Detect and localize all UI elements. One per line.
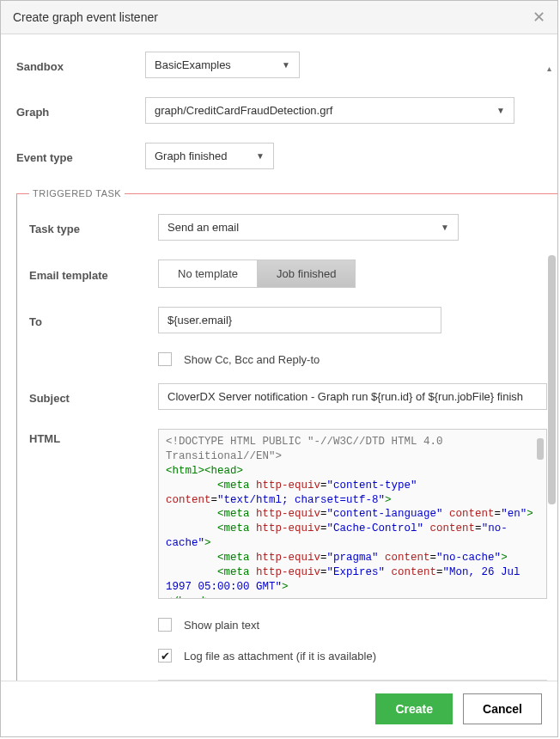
show-cc-label: Show Cc, Bcc and Reply-to: [184, 353, 320, 366]
triggered-task-legend: TRIGGERED TASK: [29, 188, 125, 198]
create-button[interactable]: Create: [375, 693, 453, 724]
row-to: To: [29, 307, 547, 333]
log-file-checkbox[interactable]: ✔: [158, 649, 172, 663]
row-event-type: Event type Graph finished ▼: [16, 143, 542, 169]
label-task-type: Task type: [29, 219, 158, 235]
body-scrollbar-track[interactable]: [548, 62, 556, 681]
row-subject: Subject: [29, 383, 547, 410]
row-email-template: Email template No template Job finished: [29, 260, 547, 288]
subject-input[interactable]: [158, 383, 547, 410]
task-type-select[interactable]: Send an email ▼: [158, 214, 459, 241]
show-cc-checkbox[interactable]: [158, 352, 172, 366]
label-email-template: Email template: [29, 266, 158, 282]
row-log-file: ✔ Log file as attachment (if it is avail…: [158, 649, 547, 663]
dialog-title: Create graph event listener: [13, 10, 158, 24]
body-scrollbar-thumb[interactable]: [548, 255, 556, 504]
job-finished-button[interactable]: Job finished: [257, 260, 355, 287]
chevron-down-icon: ▼: [496, 106, 505, 115]
close-icon[interactable]: ✕: [533, 9, 545, 25]
graph-value: graph/CreditCardFraudDetection.grf: [155, 104, 332, 117]
label-event-type: Event type: [16, 148, 145, 164]
label-sandbox: Sandbox: [16, 57, 145, 73]
sandbox-select[interactable]: BasicExamples ▼: [145, 52, 300, 78]
dialog-header: Create graph event listener ✕: [1, 1, 557, 34]
task-type-value: Send an email: [167, 221, 239, 234]
dialog-footer: Create Cancel: [1, 681, 557, 736]
to-input[interactable]: [158, 307, 441, 333]
sandbox-value: BasicExamples: [155, 58, 231, 71]
email-template-toggle: No template Job finished: [158, 260, 356, 288]
row-sandbox: Sandbox BasicExamples ▼: [16, 52, 542, 78]
label-graph: Graph: [16, 102, 145, 119]
cancel-button[interactable]: Cancel: [463, 693, 542, 724]
show-plain-label: Show plain text: [184, 619, 259, 632]
row-task-type: Task type Send an email ▼: [29, 214, 547, 241]
available-variables-accordion[interactable]: Available variables ⌄: [158, 680, 547, 681]
row-show-cc: Show Cc, Bcc and Reply-to: [158, 352, 547, 366]
event-type-value: Graph finished: [155, 150, 228, 162]
no-template-button[interactable]: No template: [159, 260, 257, 287]
row-show-plain: Show plain text: [158, 618, 547, 632]
dialog: Create graph event listener ✕ ▴ Sandbox …: [0, 0, 558, 737]
show-plain-checkbox[interactable]: [158, 618, 172, 632]
chevron-down-icon: ▼: [441, 223, 449, 232]
html-editor[interactable]: <!DOCTYPE HTML PUBLIC "-//W3C//DTD HTML …: [158, 429, 547, 599]
dialog-body: ▴ Sandbox BasicExamples ▼ Graph graph/Cr…: [1, 34, 557, 681]
row-graph: Graph graph/CreditCardFraudDetection.grf…: [16, 97, 542, 124]
event-type-select[interactable]: Graph finished ▼: [145, 143, 274, 169]
chevron-down-icon: ▼: [282, 60, 290, 70]
label-html: HTML: [29, 429, 158, 445]
triggered-task-fieldset: TRIGGERED TASK Task type Send an email ▼…: [16, 188, 557, 681]
log-file-label: Log file as attachment (if it is availab…: [184, 650, 376, 663]
graph-select[interactable]: graph/CreditCardFraudDetection.grf ▼: [145, 97, 514, 124]
label-to: To: [29, 312, 158, 328]
editor-scrollbar[interactable]: [537, 438, 544, 460]
chevron-down-icon: ▼: [256, 151, 265, 161]
row-html: HTML <!DOCTYPE HTML PUBLIC "-//W3C//DTD …: [29, 429, 547, 599]
label-subject: Subject: [29, 388, 158, 405]
